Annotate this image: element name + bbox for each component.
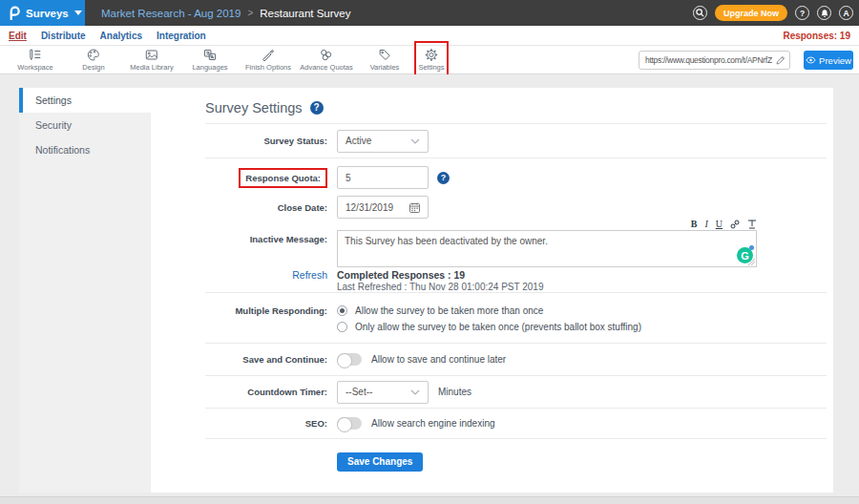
upgrade-now-button[interactable]: Upgrade Now bbox=[715, 5, 787, 21]
survey-toolbar: Workspace Design Media Library Languages… bbox=[0, 46, 859, 74]
settings-highlight-box bbox=[414, 41, 449, 76]
italic-icon[interactable]: I bbox=[704, 220, 707, 229]
seo-toggle[interactable] bbox=[337, 417, 362, 430]
page-title: Survey Settings bbox=[205, 100, 303, 116]
toolbar-item-languages[interactable]: Languages bbox=[192, 48, 227, 72]
nav-tab-edit[interactable]: Edit bbox=[9, 31, 27, 41]
refresh-link[interactable]: Refresh bbox=[205, 269, 327, 281]
page-body: Settings Security Notifications Survey S… bbox=[0, 74, 859, 504]
avatar[interactable]: A bbox=[839, 6, 853, 20]
survey-status-select[interactable]: Active bbox=[337, 130, 429, 153]
last-refreshed: Last Refreshed : Thu Nov 28 01:00:24 PST… bbox=[337, 282, 543, 292]
editor-toolbar: B I U bbox=[337, 219, 757, 229]
page-footer bbox=[0, 496, 859, 504]
toolbar-item-variables[interactable]: Variables bbox=[370, 48, 400, 72]
bold-icon[interactable]: B bbox=[691, 220, 698, 229]
close-date-input[interactable]: 12/31/2019 bbox=[337, 196, 429, 219]
settings-sidebar: Settings Security Notifications bbox=[19, 88, 151, 493]
topbar: Surveys Market Research - Aug 2019 > Res… bbox=[0, 0, 859, 26]
questionpro-logo-icon bbox=[8, 6, 20, 20]
help-button[interactable]: ? bbox=[795, 6, 809, 20]
multiple-responding-label: Multiple Responding: bbox=[205, 305, 327, 316]
countdown-timer-label: Countdown Timer: bbox=[205, 387, 327, 397]
chevron-down-icon bbox=[410, 389, 420, 395]
search-icon[interactable] bbox=[693, 6, 707, 20]
settings-panel: Survey Settings ? Survey Status: Active … bbox=[151, 88, 833, 493]
close-date-label: Close Date: bbox=[205, 202, 327, 213]
sidebar-item-settings[interactable]: Settings bbox=[19, 88, 151, 113]
resize-handle[interactable] bbox=[748, 259, 755, 265]
radio-once-only[interactable] bbox=[337, 322, 347, 332]
survey-status-label: Survey Status: bbox=[205, 136, 327, 146]
edit-url-pencil-icon[interactable] bbox=[776, 55, 786, 65]
toolbar-item-design[interactable]: Design bbox=[82, 48, 104, 72]
breadcrumb: Market Research - Aug 2019 > Restaurant … bbox=[101, 8, 350, 19]
inactive-message-label: Inactive Message: bbox=[205, 234, 327, 244]
response-quota-label: Response Quota: bbox=[205, 168, 327, 188]
design-palette-icon bbox=[86, 48, 100, 62]
completed-responses: Completed Responses : 19 bbox=[337, 269, 543, 281]
finish-options-icon bbox=[262, 48, 276, 62]
media-library-icon bbox=[145, 48, 159, 62]
save-continue-label: Save and Continue: bbox=[205, 354, 327, 365]
sidebar-item-security[interactable]: Security bbox=[19, 113, 151, 137]
seo-label: SEO: bbox=[205, 418, 327, 429]
notifications-bell-icon[interactable] bbox=[817, 6, 831, 20]
response-quota-input[interactable]: 5 bbox=[337, 166, 429, 189]
nav-tab-integration[interactable]: Integration bbox=[157, 31, 206, 41]
breadcrumb-separator: > bbox=[247, 8, 253, 18]
underline-icon[interactable]: U bbox=[716, 220, 723, 229]
workspace-icon bbox=[28, 48, 42, 62]
inactive-message-textarea[interactable]: This Survey has been deactivated by the … bbox=[337, 230, 757, 267]
save-changes-button[interactable]: Save Changes bbox=[337, 452, 423, 472]
variables-tag-icon bbox=[378, 48, 392, 62]
nav-tab-distribute[interactable]: Distribute bbox=[41, 31, 86, 41]
survey-url-field[interactable]: https://www.questionpro.com/t/APNrfZ bbox=[639, 51, 790, 70]
toolbar-item-finish-options[interactable]: Finish Options bbox=[245, 48, 291, 72]
chevron-down-icon bbox=[74, 10, 82, 15]
radio-multiple-allowed[interactable] bbox=[337, 305, 347, 316]
breadcrumb-page-name: Restaurant Survey bbox=[260, 8, 350, 19]
calendar-icon bbox=[409, 202, 420, 213]
toolbar-item-media-library[interactable]: Media Library bbox=[130, 48, 173, 72]
toolbar-item-advance-quotas[interactable]: Advance Quotas bbox=[300, 48, 352, 72]
chevron-down-icon bbox=[410, 138, 420, 144]
remove-format-icon[interactable] bbox=[747, 220, 757, 229]
save-continue-toggle[interactable] bbox=[337, 353, 362, 366]
advance-quotas-icon bbox=[319, 48, 333, 62]
toolbar-item-workspace[interactable]: Workspace bbox=[17, 48, 52, 72]
sidebar-item-notifications[interactable]: Notifications bbox=[19, 137, 151, 162]
brand-label: Surveys bbox=[26, 8, 69, 19]
countdown-timer-select[interactable]: --Set-- bbox=[337, 381, 429, 404]
preview-button[interactable]: Preview bbox=[804, 51, 853, 70]
eye-icon bbox=[806, 56, 816, 64]
brand-surveys-menu[interactable]: Surveys bbox=[0, 0, 85, 26]
quota-help-icon[interactable]: ? bbox=[437, 172, 450, 184]
languages-icon bbox=[203, 48, 218, 62]
title-help-icon[interactable]: ? bbox=[310, 101, 324, 115]
link-icon[interactable] bbox=[730, 220, 740, 229]
survey-url-text: https://www.questionpro.com/t/APNrfZ bbox=[645, 55, 776, 65]
breadcrumb-survey-name[interactable]: Market Research - Aug 2019 bbox=[101, 8, 241, 19]
nav-tab-analytics[interactable]: Analytics bbox=[100, 31, 142, 41]
responses-count[interactable]: Responses: 19 bbox=[783, 31, 850, 41]
